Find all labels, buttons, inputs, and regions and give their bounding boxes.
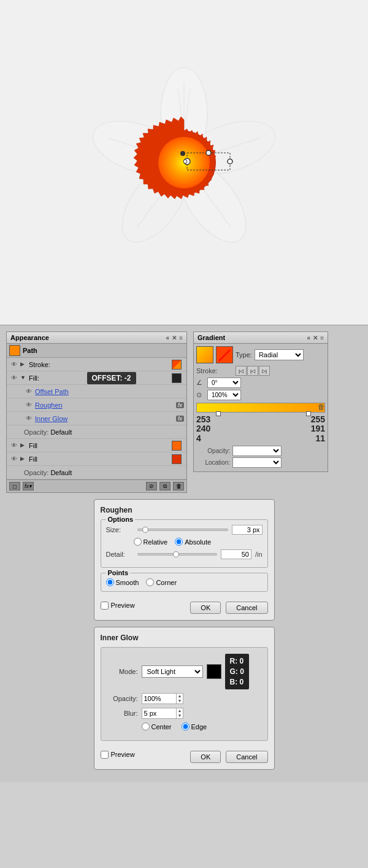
fill2-label: Fill	[29, 442, 172, 449]
default2-label: Default	[50, 469, 184, 476]
ig-mode-select[interactable]: Soft Light	[142, 665, 203, 678]
gradient-num-11: 11	[311, 434, 325, 443]
blur-down-arrow[interactable]: ▼	[177, 713, 183, 718]
gradient-stop-left[interactable]	[216, 411, 221, 416]
fill2-swatch[interactable]	[172, 441, 182, 451]
roughen-detail-input[interactable]: 50	[221, 549, 251, 559]
gradient-menu-icon[interactable]: ≡	[320, 335, 324, 341]
roughen-size-row: Size: 3 px	[106, 525, 263, 535]
roughen-detail-thumb[interactable]	[173, 551, 179, 557]
gradient-secondary-swatch[interactable]	[216, 346, 233, 363]
gradient-align-btns: |◁ |◁ ▷|	[236, 366, 270, 376]
align-btn-2[interactable]: |◁	[247, 366, 258, 376]
roughen-relative-group: Relative Absolute	[134, 538, 263, 546]
offset-path-row: 👁 Offset Path	[7, 385, 186, 398]
gradient-collapse-icon[interactable]: «	[307, 335, 311, 341]
collapse-icon[interactable]: «	[166, 335, 170, 341]
rgb-r: R: 0	[230, 656, 244, 667]
roughen-smooth-radio[interactable]	[106, 578, 114, 586]
blur-up-arrow[interactable]: ▲	[177, 708, 183, 713]
offset-eye-icon[interactable]: 👁	[24, 387, 34, 397]
roughen-smooth-label: Smooth	[106, 578, 139, 586]
ig-center-radio[interactable]	[142, 723, 150, 730]
new-layer-btn[interactable]: □	[9, 482, 20, 490]
align-btn-3[interactable]: ▷|	[259, 366, 270, 376]
opacity-up-arrow[interactable]: ▲	[177, 694, 183, 699]
ig-ok-btn[interactable]: OK	[190, 751, 221, 763]
ig-blur-arrows[interactable]: ▲ ▼	[176, 708, 183, 718]
ig-cancel-btn[interactable]: Cancel	[226, 751, 267, 763]
opacity-row-grad: Opacity:	[196, 446, 325, 456]
ig-preview-checkbox[interactable]	[101, 751, 109, 759]
stroke-label: Stroke:	[29, 361, 172, 368]
fill-swatch[interactable]	[172, 373, 182, 383]
inner-glow-eye-icon[interactable]: 👁	[24, 414, 34, 424]
roughen-size-label: Size:	[106, 526, 134, 533]
ig-color-swatch[interactable]	[207, 664, 221, 679]
trash-btn[interactable]: 🗑	[173, 482, 184, 490]
gradient-top-row: Type: Radial	[196, 346, 325, 363]
stroke-eye-icon[interactable]: 👁	[9, 360, 19, 370]
roughen-detail-slider[interactable]	[137, 553, 217, 556]
percent-select[interactable]: 100%	[207, 390, 241, 400]
gradient-num-255: 255	[311, 415, 325, 424]
gradient-stop-right[interactable]	[306, 411, 311, 416]
fill-eye-icon[interactable]: 👁	[9, 373, 19, 383]
roughen-row: 👁 Roughen fx	[7, 398, 186, 412]
ig-edge-label: Edge	[182, 723, 207, 730]
gradient-trash-icon[interactable]: 🗑	[318, 403, 325, 411]
opacity-down-arrow[interactable]: ▼	[177, 699, 183, 703]
ig-blur-spinner[interactable]: ▲ ▼	[142, 708, 184, 719]
ig-opacity-arrows[interactable]: ▲ ▼	[176, 694, 183, 703]
roughen-fx: fx	[176, 402, 184, 408]
ig-bottom: Preview OK Cancel	[101, 746, 268, 763]
roughen-absolute-radio[interactable]	[175, 538, 183, 546]
gradient-content: Type: Radial Stroke: |◁ |◁ ▷| ∠	[194, 344, 328, 471]
ig-blur-input[interactable]	[142, 708, 176, 718]
rgb-g: G: 0	[230, 667, 244, 677]
stroke-row: 👁 ▶ Stroke:	[7, 358, 186, 371]
menu-icon[interactable]: ≡	[179, 335, 183, 341]
fill2-arrow-icon[interactable]: ▶	[20, 442, 28, 449]
stroke-swatch[interactable]	[172, 360, 182, 370]
gradient-angle-row: ∠ 0°	[196, 378, 325, 388]
stroke-arrow-icon[interactable]: ▶	[20, 361, 28, 368]
opacity-select-grad[interactable]	[232, 446, 282, 456]
ig-opacity-input[interactable]	[142, 694, 176, 703]
ig-mode-label: Mode:	[107, 668, 138, 675]
fill3-arrow-icon[interactable]: ▶	[20, 455, 28, 463]
roughen-title: Roughen	[101, 506, 268, 514]
gradient-nums-right: 255 191 11	[311, 415, 325, 443]
align-btn-1[interactable]: |◁	[236, 366, 247, 376]
duplicate-btn[interactable]: ⧉	[159, 482, 171, 490]
roughen-size-input[interactable]: 3 px	[232, 525, 263, 535]
roughen-size-thumb[interactable]	[142, 527, 148, 533]
angle-select[interactable]: 0°	[207, 378, 241, 388]
default-label: Default	[50, 428, 184, 436]
fx-btn[interactable]: fx▾	[23, 482, 34, 490]
gradient-type-select[interactable]: Radial	[255, 349, 304, 360]
path-swatch	[9, 345, 20, 356]
close-icon[interactable]: ✕	[172, 335, 177, 341]
fill2-eye-icon[interactable]: 👁	[9, 441, 19, 451]
roughen-cancel-btn[interactable]: Cancel	[226, 602, 267, 614]
gradient-main-swatch[interactable]	[196, 346, 213, 363]
roughen-size-slider[interactable]	[137, 529, 228, 531]
gradient-numbers: 253 240 4 255 191 11	[196, 415, 325, 443]
fill-arrow-icon[interactable]: ▼	[20, 374, 28, 382]
fill3-row: 👁 ▶ Fill	[7, 452, 186, 466]
percent-icon: ⊙	[196, 391, 205, 399]
roughen-options-section: Options Size: 3 px Relative Absolute	[101, 519, 268, 568]
roughen-relative-radio[interactable]	[134, 538, 142, 546]
ig-edge-radio[interactable]	[182, 723, 190, 730]
roughen-preview-checkbox[interactable]	[101, 602, 109, 610]
delete-item-btn[interactable]: ⊘	[146, 482, 157, 490]
location-select-grad[interactable]	[232, 457, 282, 468]
fill3-eye-icon[interactable]: 👁	[9, 454, 19, 464]
fill3-swatch[interactable]	[172, 454, 182, 464]
roughen-corner-radio[interactable]	[146, 578, 154, 586]
ig-opacity-spinner[interactable]: ▲ ▼	[142, 693, 184, 704]
roughen-eye-icon[interactable]: 👁	[24, 400, 34, 410]
gradient-close-icon[interactable]: ✕	[313, 335, 318, 341]
roughen-ok-btn[interactable]: OK	[190, 602, 221, 614]
